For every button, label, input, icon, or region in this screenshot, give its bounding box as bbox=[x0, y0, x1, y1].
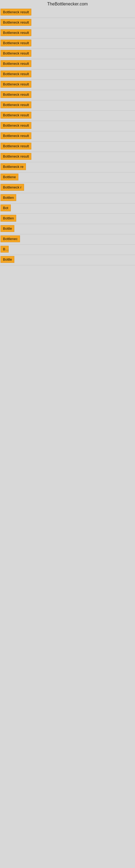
bottleneck-badge-1[interactable]: Bottleneck result bbox=[1, 9, 31, 16]
badge-row-7: Bottleneck result bbox=[0, 69, 135, 80]
bottleneck-badge-15[interactable]: Bottleneck result bbox=[1, 153, 31, 160]
bottleneck-badge-8[interactable]: Bottleneck result bbox=[1, 81, 31, 88]
bottleneck-badge-13[interactable]: Bottleneck result bbox=[1, 132, 31, 139]
badge-row-18: Bottleneck r bbox=[0, 183, 135, 193]
bottleneck-badge-14[interactable]: Bottleneck result bbox=[1, 143, 31, 150]
badge-row-17: Bottlene bbox=[0, 173, 135, 183]
bottleneck-badge-3[interactable]: Bottleneck result bbox=[1, 29, 31, 36]
badge-row-16: Bottleneck re bbox=[0, 162, 135, 173]
badges-container: Bottleneck resultBottleneck resultBottle… bbox=[0, 8, 135, 265]
bottleneck-badge-23[interactable]: Bottlenec bbox=[1, 236, 20, 242]
bottleneck-badge-12[interactable]: Bottleneck result bbox=[1, 122, 31, 129]
badge-row-15: Bottleneck result bbox=[0, 152, 135, 162]
bottleneck-badge-7[interactable]: Bottleneck result bbox=[1, 70, 31, 77]
badge-row-11: Bottleneck result bbox=[0, 111, 135, 121]
badge-row-22: Bottle bbox=[0, 224, 135, 235]
badge-row-8: Bottleneck result bbox=[0, 80, 135, 90]
badge-row-21: Bottlen bbox=[0, 214, 135, 224]
bottleneck-badge-4[interactable]: Bottleneck result bbox=[1, 40, 31, 46]
bottleneck-badge-18[interactable]: Bottleneck r bbox=[1, 184, 24, 191]
badge-row-10: Bottleneck result bbox=[0, 100, 135, 111]
badge-row-5: Bottleneck result bbox=[0, 49, 135, 59]
bottleneck-badge-16[interactable]: Bottleneck re bbox=[1, 163, 26, 170]
bottleneck-badge-17[interactable]: Bottlene bbox=[1, 174, 18, 180]
bottleneck-badge-21[interactable]: Bottlen bbox=[1, 215, 16, 222]
bottleneck-badge-19[interactable]: Bottlen bbox=[1, 194, 16, 201]
badge-row-1: Bottleneck result bbox=[0, 8, 135, 18]
badge-row-24: Bo bbox=[0, 245, 135, 255]
bottleneck-badge-6[interactable]: Bottleneck result bbox=[1, 60, 31, 67]
badge-row-25: Bottle bbox=[0, 255, 135, 265]
bottleneck-badge-5[interactable]: Bottleneck result bbox=[1, 50, 31, 57]
bottleneck-badge-10[interactable]: Bottleneck result bbox=[1, 101, 31, 108]
badge-row-2: Bottleneck result bbox=[0, 18, 135, 28]
badge-row-23: Bottlenec bbox=[0, 235, 135, 245]
badge-row-9: Bottleneck result bbox=[0, 90, 135, 100]
badge-row-3: Bottleneck result bbox=[0, 28, 135, 38]
bottleneck-badge-9[interactable]: Bottleneck result bbox=[1, 91, 31, 98]
badge-row-14: Bottleneck result bbox=[0, 142, 135, 152]
badge-row-20: Bot bbox=[0, 204, 135, 214]
bottleneck-badge-20[interactable]: Bot bbox=[1, 205, 11, 211]
site-title: TheBottlenecker.com bbox=[0, 0, 135, 8]
badge-row-12: Bottleneck result bbox=[0, 121, 135, 131]
badge-row-13: Bottleneck result bbox=[0, 131, 135, 142]
bottleneck-badge-22[interactable]: Bottle bbox=[1, 225, 14, 232]
bottleneck-badge-11[interactable]: Bottleneck result bbox=[1, 112, 31, 119]
bottleneck-badge-25[interactable]: Bottle bbox=[1, 256, 14, 263]
badge-row-6: Bottleneck result bbox=[0, 59, 135, 69]
badge-row-19: Bottlen bbox=[0, 193, 135, 204]
badge-row-4: Bottleneck result bbox=[0, 38, 135, 49]
bottleneck-badge-2[interactable]: Bottleneck result bbox=[1, 19, 31, 26]
bottleneck-badge-24[interactable]: Bo bbox=[1, 246, 9, 252]
